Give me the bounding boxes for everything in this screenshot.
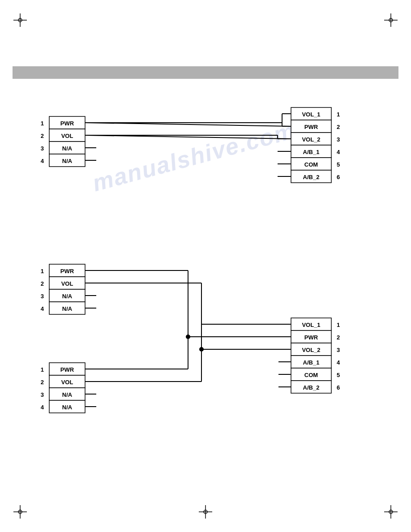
- svg-text:A/B_2: A/B_2: [303, 174, 320, 180]
- svg-text:VOL_1: VOL_1: [302, 322, 320, 328]
- svg-text:4: 4: [337, 149, 340, 155]
- svg-text:1: 1: [41, 366, 44, 373]
- svg-line-45: [85, 123, 291, 126]
- svg-text:2: 2: [41, 280, 44, 287]
- svg-text:COM: COM: [304, 372, 318, 378]
- svg-text:N/A: N/A: [62, 158, 73, 164]
- svg-text:COM: COM: [304, 161, 318, 168]
- svg-point-115: [186, 335, 190, 339]
- svg-text:6: 6: [337, 384, 340, 391]
- svg-text:1: 1: [337, 111, 340, 118]
- svg-text:4: 4: [41, 305, 44, 312]
- svg-text:6: 6: [337, 174, 340, 180]
- svg-text:A/B_2: A/B_2: [303, 384, 320, 391]
- svg-text:VOL_1: VOL_1: [302, 111, 320, 118]
- svg-text:VOL: VOL: [61, 379, 73, 386]
- svg-text:VOL: VOL: [61, 133, 73, 139]
- svg-text:PWR: PWR: [304, 334, 318, 341]
- svg-text:2: 2: [337, 124, 340, 130]
- svg-text:PWR: PWR: [60, 268, 74, 275]
- svg-text:VOL_2: VOL_2: [302, 347, 320, 353]
- svg-text:2: 2: [41, 379, 44, 386]
- svg-text:VOL_2: VOL_2: [302, 136, 320, 143]
- svg-text:PWR: PWR: [304, 124, 318, 130]
- svg-text:3: 3: [337, 136, 340, 143]
- svg-text:VOL: VOL: [61, 280, 73, 287]
- svg-text:N/A: N/A: [62, 391, 73, 398]
- svg-text:4: 4: [41, 158, 44, 164]
- diagram-svg: PWR VOL N/A N/A 1 2 3 4 VOL_1 PWR VOL_2 …: [0, 0, 411, 532]
- svg-line-46: [85, 135, 291, 139]
- svg-text:4: 4: [337, 359, 340, 366]
- svg-text:2: 2: [337, 334, 340, 341]
- svg-text:3: 3: [41, 145, 44, 152]
- svg-text:PWR: PWR: [60, 366, 74, 373]
- svg-text:N/A: N/A: [62, 145, 73, 152]
- svg-text:3: 3: [337, 347, 340, 353]
- svg-text:PWR: PWR: [60, 120, 74, 127]
- svg-text:1: 1: [41, 120, 44, 127]
- svg-text:N/A: N/A: [62, 404, 73, 411]
- svg-text:3: 3: [41, 391, 44, 398]
- svg-text:N/A: N/A: [62, 305, 73, 312]
- svg-text:5: 5: [337, 161, 340, 168]
- svg-text:N/A: N/A: [62, 293, 73, 300]
- svg-text:A/B_1: A/B_1: [303, 359, 320, 366]
- svg-text:4: 4: [41, 404, 44, 411]
- svg-text:1: 1: [41, 268, 44, 275]
- svg-text:5: 5: [337, 372, 340, 378]
- svg-text:2: 2: [41, 133, 44, 139]
- svg-text:3: 3: [41, 293, 44, 300]
- svg-text:1: 1: [337, 322, 340, 328]
- svg-text:A/B_1: A/B_1: [303, 149, 320, 155]
